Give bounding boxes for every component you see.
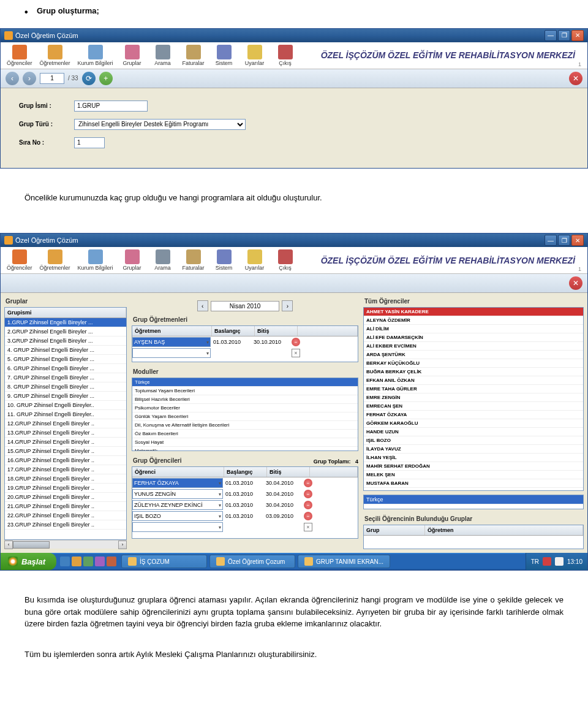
list-item[interactable]: Türkçe: [132, 378, 358, 387]
delete-icon[interactable]: ✕: [569, 276, 582, 290]
list-item[interactable]: Toplumsal Yaşam Becerileri: [132, 387, 358, 395]
menu-item-öğrenciler[interactable]: Öğrenciler: [3, 44, 36, 67]
list-item[interactable]: 18.GRUP Zihinsel Engelli Bireyler ..: [5, 474, 126, 484]
list-item[interactable]: 6. GRUP Zihinsel Engelli Bireyler ...: [5, 364, 126, 373]
list-item[interactable]: Öz Bakım Becerileri: [132, 430, 358, 438]
secili-modul-listbox[interactable]: Türkçe: [363, 495, 584, 509]
ogretmenler-listbox[interactable]: Öğretmen Baslangıç Bitiş AYŞEN BAŞ▾ 01.0…: [132, 325, 358, 362]
minimize-button[interactable]: —: [545, 235, 557, 246]
delete-icon[interactable]: ✕: [569, 72, 582, 85]
close-button[interactable]: ✕: [571, 235, 584, 246]
list-item[interactable]: EMRE TAHA GÜRLER: [364, 385, 583, 393]
list-item[interactable]: Türkçe: [364, 495, 583, 504]
list-item[interactable]: 8. GRUP Zihinsel Engelli Bireyler ...: [5, 382, 126, 392]
list-item[interactable]: 9. GRUP Zihinsel Engelli Bireyler ...: [5, 392, 126, 401]
list-item[interactable]: 21.GRUP Zihinsel Engelli Bireyler ..: [5, 502, 126, 511]
list-item[interactable]: EMRE ZENGİN: [364, 393, 583, 402]
ogrenci-combo[interactable]: ▾: [132, 522, 223, 532]
list-item[interactable]: 12.GRUP Zihinsel Engelli Bireyler ..: [5, 419, 126, 428]
list-item[interactable]: 14.GRUP Zihinsel Engelli Bireyler ..: [5, 438, 126, 447]
clear-row-icon[interactable]: ×: [292, 349, 300, 357]
remove-row-icon[interactable]: −: [304, 479, 312, 487]
quick-launch-icon[interactable]: [72, 557, 81, 566]
menu-item-öğrenciler[interactable]: Öğrenciler: [3, 248, 36, 272]
secili-gruplar-listbox[interactable]: Grup Öğretmen: [363, 525, 584, 549]
menu-item-faturalar[interactable]: Faturalar: [178, 44, 209, 67]
ogretmen-combo[interactable]: ▾: [132, 348, 211, 358]
list-item[interactable]: 23.GRUP Zihinsel Engelli Bireyler ..: [5, 520, 126, 530]
gruplar-listbox[interactable]: Grupismi 1.GRUP Zihinsel Engelli Bireyle…: [4, 307, 127, 540]
list-item[interactable]: ALİ DİLİM: [364, 325, 583, 333]
list-item[interactable]: 3.GRUP Zihinsel Engelli Bireyler ...: [5, 336, 126, 346]
list-item[interactable]: 19.GRUP Zihinsel Engelli Bireyler ..: [5, 484, 126, 493]
menu-item-çıkış[interactable]: Çıkış: [270, 44, 301, 67]
list-item[interactable]: MUSTAFA BARAN: [364, 479, 583, 488]
menu-item-uyarılar[interactable]: Uyarılar: [239, 248, 270, 272]
list-item[interactable]: HANDE UZUN: [364, 428, 583, 436]
list-item[interactable]: AHMET YASİN KARADERE: [364, 308, 583, 316]
list-item[interactable]: Bilişsel Hazırlık Becerileri: [132, 395, 358, 404]
quick-launch-icon[interactable]: [107, 557, 116, 566]
nav-next-icon[interactable]: ›: [23, 72, 36, 85]
ogrenciler-listbox[interactable]: Öğrenci Başlangıç Bitiş FERHAT ÖZKAYA▾ 0…: [132, 466, 358, 539]
menu-item-çıkış[interactable]: Çıkış: [270, 248, 301, 272]
close-button[interactable]: ✕: [571, 30, 584, 41]
ogrenci-combo[interactable]: FERHAT ÖZKAYA▾: [132, 478, 223, 488]
list-item[interactable]: 7. GRUP Zihinsel Engelli Bireyler ...: [5, 373, 126, 382]
list-item[interactable]: 13.GRUP Zihinsel Engelli Bireyler ..: [5, 428, 126, 438]
language-indicator[interactable]: TR: [531, 558, 539, 565]
list-item[interactable]: Sosyal Hayat: [132, 438, 358, 447]
list-item[interactable]: GÖRKEM KARAOĞLU: [364, 419, 583, 428]
quick-launch-icon[interactable]: [60, 557, 70, 566]
menu-item-arama[interactable]: Arama: [148, 248, 178, 272]
list-item[interactable]: 15.GRUP Zihinsel Engelli Bireyler ..: [5, 447, 126, 456]
refresh-icon[interactable]: ⟳: [82, 72, 96, 85]
minimize-button[interactable]: —: [545, 30, 557, 41]
grup-turu-select[interactable]: Zihinsel Engelli Bireyler Destek Eğitim …: [74, 119, 246, 130]
menu-item-öğretmenler[interactable]: Öğretmenler: [36, 44, 74, 67]
taskbar-item[interactable]: İŞ ÇOZUM: [121, 555, 207, 568]
list-item[interactable]: 5. GRUP Zihinsel Engelli Bireyler ...: [5, 355, 126, 364]
list-item[interactable]: 20.GRUP Zihinsel Engelli Bireyler ..: [5, 493, 126, 502]
menu-item-gruplar[interactable]: Gruplar: [117, 44, 148, 67]
list-item[interactable]: İLHAN YEŞİL: [364, 454, 583, 462]
list-item[interactable]: MAHİR SERHAT ERDOĞAN: [364, 462, 583, 471]
month-prev-icon[interactable]: ‹: [197, 300, 208, 311]
quick-launch-icon[interactable]: [95, 557, 105, 566]
moduller-listbox[interactable]: TürkçeToplumsal Yaşam BecerileriBilişsel…: [132, 378, 358, 451]
ogrenci-combo[interactable]: YUNUS ZENGİN▾: [132, 489, 223, 499]
menu-item-kurum bilgileri[interactable]: Kurum Bilgileri: [74, 248, 117, 272]
remove-row-icon[interactable]: −: [304, 512, 312, 520]
list-item[interactable]: 17.GRUP Zihinsel Engelli Bireyler ..: [5, 465, 126, 474]
tray-icon[interactable]: [555, 557, 564, 566]
remove-row-icon[interactable]: −: [292, 338, 300, 346]
list-item[interactable]: MELEK ŞEN: [364, 471, 583, 479]
tum-ogrenciler-listbox[interactable]: AHMET YASİN KARADEREALEYNA ÖZDEMİRALİ Dİ…: [363, 307, 584, 491]
taskbar-item[interactable]: GRUP TANIMI EKRAN...: [298, 555, 390, 568]
ogretmen-combo[interactable]: AYŞEN BAŞ▾: [132, 337, 211, 347]
list-item[interactable]: EFKAN ANIL ÖZKAN: [364, 376, 583, 385]
ogrenci-combo[interactable]: ZÜLEYHA ZEYNEP EKİNCİ▾: [132, 500, 223, 510]
list-item[interactable]: FERHAT ÖZKAYA: [364, 411, 583, 419]
menu-item-uyarılar[interactable]: Uyarılar: [239, 44, 270, 67]
list-item[interactable]: BUĞRA BERKAY ÇELİK: [364, 368, 583, 376]
menu-item-öğretmenler[interactable]: Öğretmenler: [36, 248, 74, 272]
scrollbar[interactable]: ‹ ›: [4, 540, 127, 549]
taskbar-item[interactable]: Özel Öğretim Çozum: [209, 555, 295, 568]
grup-ismi-input[interactable]: [74, 101, 148, 112]
month-next-icon[interactable]: ›: [282, 300, 293, 311]
clear-row-icon[interactable]: ×: [304, 523, 312, 531]
list-item[interactable]: Günlük Yaşam Becerileri: [132, 412, 358, 421]
list-item[interactable]: 22.GRUP Zihinsel Engelli Bireyler ..: [5, 511, 126, 520]
sira-no-input[interactable]: [74, 137, 105, 148]
list-item[interactable]: ARDA ŞENTÜRK: [364, 351, 583, 359]
menu-item-faturalar[interactable]: Faturalar: [178, 248, 209, 272]
menu-item-kurum bilgileri[interactable]: Kurum Bilgileri: [74, 44, 117, 67]
list-item[interactable]: BERKAY KÜÇÜKOĞLU: [364, 359, 583, 368]
remove-row-icon[interactable]: −: [304, 490, 312, 498]
list-item[interactable]: İLAYDA YAVUZ: [364, 445, 583, 454]
list-item[interactable]: ALEYNA ÖZDEMİR: [364, 316, 583, 325]
list-item[interactable]: 1.GRUP Zihinsel Engelli Bireyler ...: [5, 318, 126, 327]
menu-item-arama[interactable]: Arama: [148, 44, 178, 67]
list-item[interactable]: ALİ EFE DAMARSEÇKİN: [364, 333, 583, 342]
